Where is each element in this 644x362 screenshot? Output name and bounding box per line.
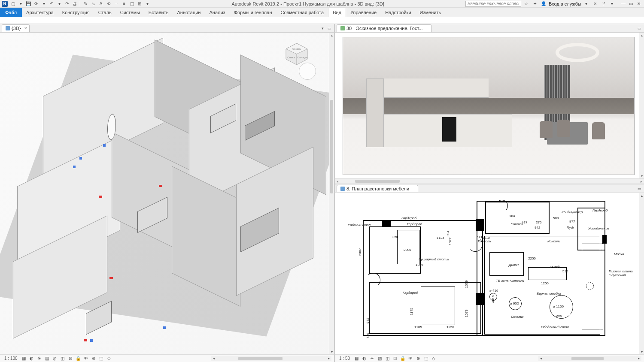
print-icon[interactable]: 🖨 [71,0,78,7]
view-tab-render[interactable]: 30 - Эскизное предложение. Гост... [337,24,431,32]
sun-path-icon[interactable]: ☀ [369,356,375,362]
scroll-down-icon[interactable]: ▾ [329,349,334,354]
scale-label[interactable]: 1 : 50 [337,356,352,361]
detail-level-icon[interactable]: ▦ [353,356,359,362]
sun-path-icon[interactable]: ☀ [36,356,43,362]
qat-dropdown-icon[interactable]: ▾ [144,0,151,7]
view-tab-3d[interactable]: {3D} ✕ [2,24,30,32]
save-icon[interactable]: 💾 [25,0,32,7]
sync-icon[interactable]: ⟳ [33,0,39,7]
tab-steel[interactable]: Сталь [94,8,116,17]
crop-icon[interactable]: ◫ [60,356,66,362]
user-icon[interactable]: 👤 [540,0,547,7]
scroll-right-icon[interactable]: ▸ [639,179,644,184]
viewport-plan[interactable]: Рабочий стол Гардероб Гардероб Гардероб … [335,193,639,354]
search-input[interactable] [465,1,521,7]
open-dropdown-icon[interactable]: ▾ [17,0,24,7]
analytical-icon[interactable]: ⬚ [98,356,104,362]
viewport-render[interactable] [335,33,639,178]
tab-architecture[interactable]: Архитектура [22,8,58,17]
temp-hide-icon[interactable]: 👁 [83,356,89,362]
scroll-up-icon[interactable]: ▴ [639,33,644,38]
tab-options-icon[interactable]: ▭ [636,25,642,31]
scrollbar-vertical[interactable]: ▴ ▾ [329,33,334,354]
measure-icon[interactable]: ✎ [82,0,89,7]
exchange-icon[interactable]: ✕ [592,0,598,7]
tab-view[interactable]: Вид [328,8,346,17]
align-icon[interactable]: ↘ [90,0,97,7]
minimize-button[interactable]: — [620,1,627,7]
shadows-icon[interactable]: ▨ [377,356,383,362]
crop-visible-icon[interactable]: ⊡ [67,356,73,362]
help-dropdown-icon[interactable]: ▾ [609,0,616,7]
help-icon[interactable]: ? [600,0,607,7]
rendering-icon[interactable]: ◎ [52,356,58,362]
scroll-down-icon[interactable]: ▾ [639,349,644,354]
redo-icon[interactable]: ↷ [64,0,70,7]
app-badge[interactable]: R [2,1,8,7]
scroll-right-icon[interactable]: ▸ [326,356,331,361]
scroll-right-icon[interactable]: ▸ [636,356,641,361]
scale-label[interactable]: 1 : 100 [3,356,19,361]
sign-in-label[interactable]: Вход в службы [549,1,581,6]
scrollbar-horizontal[interactable]: ◂ ▸ [335,178,644,184]
reveal-icon[interactable]: ⊕ [91,356,97,362]
navigation-wheel[interactable] [299,63,316,80]
close-button[interactable]: ✕ [635,1,642,7]
scroll-left-icon[interactable]: ◂ [538,356,544,361]
visual-style-icon[interactable]: ◐ [361,356,367,362]
tab-systems[interactable]: Системы [116,8,144,17]
constraints-icon[interactable]: ◇ [431,356,437,362]
tab-manage[interactable]: Управление [346,8,381,17]
tab-massing[interactable]: Формы и генплан [230,8,276,17]
visual-style-icon[interactable]: ◐ [29,356,35,362]
close-view-icon[interactable]: ✕ [24,26,27,30]
tab-collaborate[interactable]: Совместная работа [276,8,328,17]
close-hidden-icon[interactable]: ◫ [128,0,135,7]
reveal-icon[interactable]: ⊕ [415,356,421,362]
tab-modify[interactable]: Изменить [416,8,446,17]
tab-options-icon[interactable]: ▭ [326,25,332,31]
tile-icon[interactable]: ▾ [319,25,325,31]
viewport-3d[interactable]: Сверху Слева Спереди [0,33,329,354]
scroll-left-icon[interactable]: ◂ [335,179,340,184]
svg-text:Спереди: Спереди [297,56,307,59]
star2-icon[interactable]: ✦ [532,0,538,7]
tab-annotate[interactable]: Аннотации [173,8,205,17]
scroll-up-icon[interactable]: ▴ [639,193,644,198]
tab-options-icon[interactable]: ▭ [636,186,642,192]
text-icon[interactable]: A [97,0,104,7]
signin-dropdown-icon[interactable]: ▾ [583,0,590,7]
undo-icon[interactable]: ↶ [48,0,55,7]
shadows-icon[interactable]: ▨ [44,356,50,362]
tab-analyze[interactable]: Анализ [205,8,229,17]
scroll-down-icon[interactable]: ▾ [639,173,644,178]
lock-icon[interactable]: 🔒 [400,356,406,362]
undo-dropdown-icon[interactable]: ▾ [56,0,63,7]
switch-icon[interactable]: ⊞ [136,0,143,7]
separator [80,1,80,6]
crop-visible-icon[interactable]: ⊡ [392,356,398,362]
star-icon[interactable]: ☆ [523,0,530,7]
view-tab-plan[interactable]: 8. План расстановки мебели [337,185,418,192]
analytical-icon[interactable]: ⬚ [423,356,429,362]
restore-button[interactable]: ▭ [628,1,635,7]
tab-insert[interactable]: Вставить [144,8,173,17]
scrollbar-vertical[interactable]: ▴ ▾ [639,33,644,178]
thin-lines-icon[interactable]: ≡ [121,0,128,7]
tab-addins[interactable]: Надстройки [381,8,415,17]
detail-level-icon[interactable]: ▦ [21,356,27,362]
refresh-icon[interactable]: ⟲ [105,0,112,7]
crop-icon[interactable]: ◫ [384,356,390,362]
file-tab[interactable]: Файл [0,8,22,17]
forward-icon[interactable]: → [113,0,120,7]
lock-icon[interactable]: 🔒 [75,356,81,362]
scroll-up-icon[interactable]: ▴ [329,33,334,38]
sync-dropdown-icon[interactable]: ▾ [40,0,47,7]
temp-hide-icon[interactable]: 👁 [407,356,413,362]
tab-structure[interactable]: Конструкция [58,8,94,17]
open-icon[interactable]: ▢ [9,0,16,7]
constraints-icon[interactable]: ◇ [106,356,112,362]
scroll-left-icon[interactable]: ◂ [211,356,216,361]
scrollbar-vertical[interactable]: ▴ ▾ [639,193,644,354]
